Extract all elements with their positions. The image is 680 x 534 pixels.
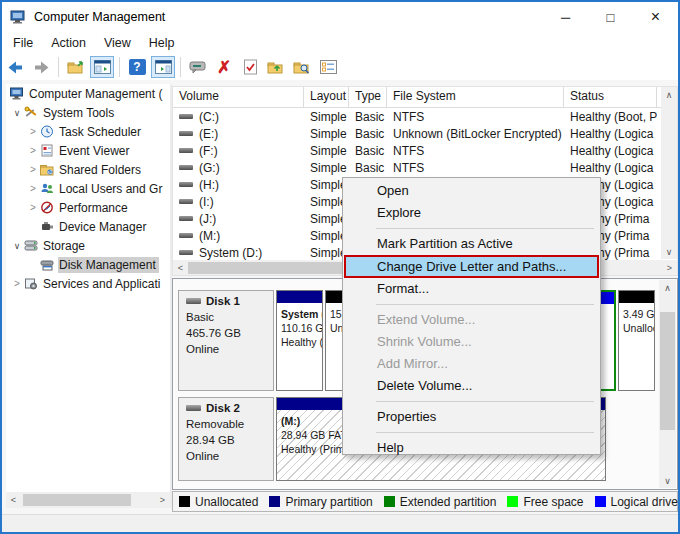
volume-icon — [179, 114, 193, 119]
sidebar-item-performance[interactable]: > Performance — [6, 198, 170, 217]
chevron-right-icon[interactable]: > — [26, 183, 40, 194]
scroll-right-icon[interactable]: > — [662, 260, 677, 276]
menu-item-open[interactable]: Open — [343, 180, 600, 202]
column-header-volume[interactable]: Volume — [173, 87, 304, 107]
volume-file-system: Unknown (BitLocker Encrypted) — [387, 127, 564, 141]
table-row[interactable]: (F:) Simple Basic NTFS Healthy (Logica — [173, 142, 677, 159]
sidebar-item-computer-management[interactable]: Computer Management ( — [6, 84, 170, 103]
menu-action[interactable]: Action — [42, 32, 95, 54]
scrollbar-thumb[interactable] — [660, 312, 675, 430]
menu-separator — [343, 428, 600, 437]
chevron-right-icon[interactable]: > — [10, 278, 24, 289]
column-header-layout[interactable]: Layout — [304, 87, 349, 107]
disk-1-label[interactable]: Disk 1 Basic 465.76 GB Online — [178, 290, 274, 391]
show-console-tree-icon[interactable] — [90, 56, 114, 78]
partition-unallocated-2[interactable]: 3.49 GB Unallocated — [618, 290, 655, 391]
menu-item-add-mirror[interactable]: Add Mirror... — [343, 353, 600, 375]
scroll-up-icon[interactable]: ∧ — [661, 87, 677, 102]
disk-view-vertical-scrollbar[interactable]: ∧ ∨ — [659, 280, 676, 488]
menu-item-explore[interactable]: Explore — [343, 202, 600, 224]
disk-2-label[interactable]: Disk 2 Removable 28.94 GB Online — [178, 397, 274, 481]
legend-label: Free space — [523, 495, 583, 509]
menu-item-extend-volume[interactable]: Extend Volume... — [343, 309, 600, 331]
scroll-right-icon[interactable]: > — [155, 492, 170, 508]
properties-list-icon[interactable] — [316, 56, 340, 78]
check-file-icon[interactable] — [238, 56, 262, 78]
scroll-left-icon[interactable]: < — [6, 492, 21, 508]
volume-list-vertical-scrollbar[interactable]: ∧ ∨ — [661, 87, 677, 259]
tree-horizontal-scrollbar[interactable]: < > — [6, 492, 170, 508]
partition-system-d[interactable]: System (D:) 110.16 GB Healthy ( — [276, 290, 323, 391]
menu-help[interactable]: Help — [140, 32, 184, 54]
title-bar[interactable]: Computer Management ─ □ × — [2, 2, 678, 32]
scroll-down-icon[interactable]: ∨ — [661, 244, 677, 259]
menu-item-change-drive-letter-and-paths[interactable]: Change Drive Letter and Paths... — [344, 255, 599, 278]
menu-view[interactable]: View — [95, 32, 140, 54]
menu-item-help[interactable]: Help — [343, 437, 600, 459]
computer-management-window: Computer Management ─ □ × File Action Vi… — [0, 0, 680, 534]
sidebar-item-services-and-applications[interactable]: > Services and Applicati — [6, 274, 170, 293]
scroll-up-icon[interactable]: ∧ — [659, 280, 676, 295]
close-button[interactable]: × — [633, 2, 678, 32]
delete-icon[interactable]: ✗ — [212, 56, 236, 78]
back-icon[interactable] — [3, 56, 27, 78]
shared-folders-icon: x2 — [40, 163, 54, 176]
chevron-right-icon[interactable]: > — [26, 164, 40, 175]
menu-item-format[interactable]: Format... — [343, 278, 600, 300]
legend-item: Logical drive — [595, 495, 678, 509]
chevron-down-icon[interactable]: ∨ — [10, 241, 24, 251]
sidebar-item-shared-folders[interactable]: > x2 Shared Folders — [6, 160, 170, 179]
table-row[interactable]: (E:) Simple Basic Unknown (BitLocker Enc… — [173, 125, 677, 142]
folder-up-icon[interactable] — [264, 56, 288, 78]
menu-file[interactable]: File — [4, 32, 42, 54]
sidebar-item-device-manager[interactable]: Device Manager — [6, 217, 170, 236]
help-icon[interactable]: ? — [125, 56, 149, 78]
volume-name: (F:) — [199, 144, 218, 158]
disk-name: Disk 2 — [206, 402, 240, 414]
menu-item-properties[interactable]: Properties — [343, 406, 600, 428]
sidebar-item-disk-management[interactable]: Disk Management — [6, 255, 170, 274]
chevron-right-icon[interactable]: > — [26, 145, 40, 156]
menu-item-delete-volume[interactable]: Delete Volume... — [343, 375, 600, 397]
volume-name: (J:) — [199, 212, 216, 226]
sidebar-item-local-users-and-groups[interactable]: > Local Users and Gr — [6, 179, 170, 198]
callout-icon[interactable] — [186, 56, 210, 78]
column-header-file-system[interactable]: File System — [387, 87, 564, 107]
volume-file-system: NTFS — [387, 110, 564, 124]
scrollbar-thumb[interactable] — [23, 494, 131, 506]
table-row[interactable]: (G:) Simple Basic NTFS Healthy (Logica — [173, 159, 677, 176]
table-row[interactable]: (C:) Simple Basic NTFS Healthy (Boot, P — [173, 108, 677, 125]
column-header-type[interactable]: Type — [349, 87, 387, 107]
folder-export-icon[interactable] — [64, 56, 88, 78]
sidebar-item-label: Services and Applicati — [43, 277, 160, 291]
menu-item-mark-partition-active[interactable]: Mark Partition as Active — [343, 233, 600, 255]
menu-item-shrink-volume[interactable]: Shrink Volume... — [343, 331, 600, 353]
task-scheduler-icon — [40, 125, 54, 138]
column-header-status[interactable]: Status — [564, 87, 657, 107]
scroll-left-icon[interactable]: < — [173, 260, 188, 276]
disk-size: 465.76 GB — [186, 325, 273, 341]
partition-status: Unallocated — [623, 321, 654, 335]
volume-name: (H:) — [199, 178, 219, 192]
volume-type: Basic — [349, 144, 387, 158]
sidebar-item-storage[interactable]: ∨ Storage — [6, 236, 170, 255]
sidebar-item-task-scheduler[interactable]: > Task Scheduler — [6, 122, 170, 141]
disk-kind: Removable — [186, 416, 273, 432]
maximize-button[interactable]: □ — [588, 2, 633, 32]
show-action-pane-icon[interactable] — [151, 56, 175, 78]
minimize-button[interactable]: ─ — [543, 2, 588, 32]
legend-item: Free space — [507, 495, 583, 509]
sidebar-item-event-viewer[interactable]: > Event Viewer — [6, 141, 170, 160]
forward-icon[interactable] — [29, 56, 53, 78]
chevron-right-icon[interactable]: > — [26, 202, 40, 213]
chevron-right-icon[interactable]: > — [26, 126, 40, 137]
folder-search-icon[interactable] — [290, 56, 314, 78]
scroll-down-icon[interactable]: ∨ — [659, 473, 676, 488]
scrollbar-track[interactable] — [21, 492, 155, 508]
performance-icon — [40, 201, 54, 214]
volume-icon — [179, 182, 193, 187]
chevron-down-icon[interactable]: ∨ — [10, 108, 24, 118]
menu-separator — [343, 300, 600, 309]
scrollbar-thumb[interactable] — [188, 262, 353, 274]
sidebar-item-system-tools[interactable]: ∨ System Tools — [6, 103, 170, 122]
